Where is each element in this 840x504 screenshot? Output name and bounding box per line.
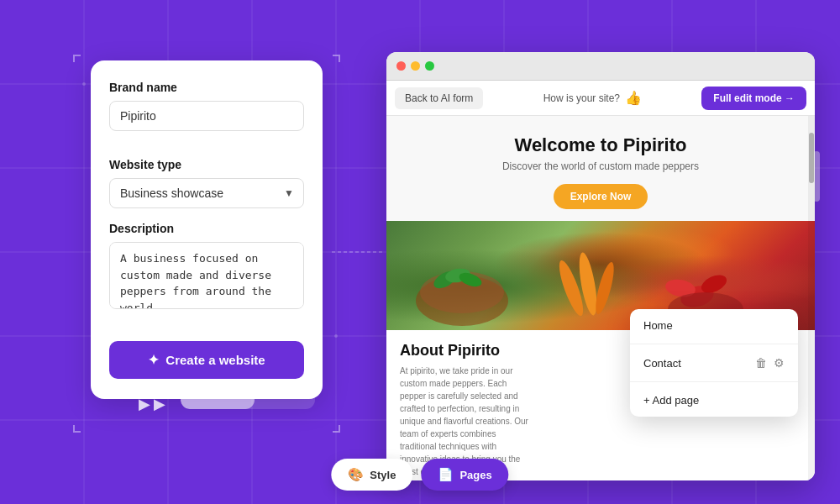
description-textarea[interactable]: A business focused on custom made and di…: [109, 242, 304, 309]
style-icon: 🎨: [348, 467, 364, 482]
nav-item-home[interactable]: Home: [630, 309, 798, 342]
nav-home-label: Home: [643, 319, 673, 332]
add-page-item[interactable]: + Add page: [630, 384, 798, 417]
nav-item-actions: 🗑 ⚙: [755, 356, 785, 370]
nav-divider: [630, 344, 798, 344]
browser-mockup: Back to AI form How is your site? 👍 Full…: [386, 52, 815, 480]
scrollbar-track[interactable]: [808, 116, 815, 480]
style-button[interactable]: 🎨 Style: [331, 459, 412, 491]
back-to-ai-form-button[interactable]: Back to AI form: [395, 87, 483, 109]
traffic-light-red: [396, 61, 406, 71]
chevron-right-icon-2: ▶: [154, 395, 165, 413]
website-type-wrapper: Business showcase Portfolio E-commerce B…: [109, 178, 304, 208]
full-edit-mode-button[interactable]: Full edit mode →: [701, 87, 806, 110]
brand-name-input[interactable]: [109, 101, 304, 131]
nav-item-contact[interactable]: Contact 🗑 ⚙: [630, 346, 798, 380]
rating-area: How is your site? 👍: [491, 90, 693, 106]
nav-divider-2: [630, 381, 798, 382]
chevron-right-icon: ▶: [139, 395, 150, 413]
traffic-light-green: [425, 61, 434, 71]
trash-icon[interactable]: 🗑: [755, 356, 767, 370]
svg-point-17: [334, 334, 338, 338]
svg-point-27: [592, 260, 617, 315]
create-btn-label: Create a website: [165, 353, 265, 367]
website-content: Welcome to Pipirito Discover the world o…: [386, 116, 815, 480]
website-type-section: Website type Business showcase Portfolio…: [109, 158, 304, 208]
rating-label: How is your site?: [543, 92, 620, 104]
sparkle-icon: ✦: [148, 352, 159, 368]
progress-bar-fill: [181, 391, 255, 409]
hero-title: Welcome to Pipirito: [403, 134, 798, 156]
add-page-label: + Add page: [643, 394, 699, 407]
description-section: Description A business focused on custom…: [109, 222, 304, 328]
style-label: Style: [370, 469, 396, 481]
browser-toolbar: Back to AI form How is your site? 👍 Full…: [386, 81, 815, 116]
pages-label: Pages: [459, 469, 491, 481]
bottom-toolbar: 🎨 Style 📄 Pages: [331, 459, 508, 491]
browser-titlebar: [386, 52, 815, 81]
hero-subtitle: Discover the world of custom made pepper…: [403, 160, 798, 172]
traffic-light-yellow: [411, 61, 420, 71]
progress-bar-track: [181, 391, 315, 409]
svg-point-14: [82, 82, 86, 86]
create-website-button[interactable]: ✦ Create a website: [109, 341, 304, 379]
hero-section: Welcome to Pipirito Discover the world o…: [386, 116, 815, 221]
description-label: Description: [109, 222, 304, 235]
website-type-label: Website type: [109, 158, 304, 171]
scrollbar-thumb: [809, 133, 814, 183]
nav-dropdown-menu: Home Contact 🗑 ⚙ + Add page: [630, 309, 798, 417]
explore-now-button[interactable]: Explore Now: [554, 184, 648, 209]
arrow-connector: ▶ ▶: [139, 395, 165, 413]
website-type-select[interactable]: Business showcase Portfolio E-commerce B…: [109, 178, 304, 208]
form-card: Brand name Website type Business showcas…: [91, 60, 323, 399]
brand-name-section: Brand name: [109, 81, 304, 144]
pages-icon: 📄: [438, 467, 454, 482]
pages-button[interactable]: 📄 Pages: [421, 459, 508, 491]
nav-contact-label: Contact: [643, 357, 681, 370]
thumbs-up-icon[interactable]: 👍: [625, 90, 642, 106]
brand-name-label: Brand name: [109, 81, 304, 94]
settings-icon[interactable]: ⚙: [774, 356, 785, 370]
